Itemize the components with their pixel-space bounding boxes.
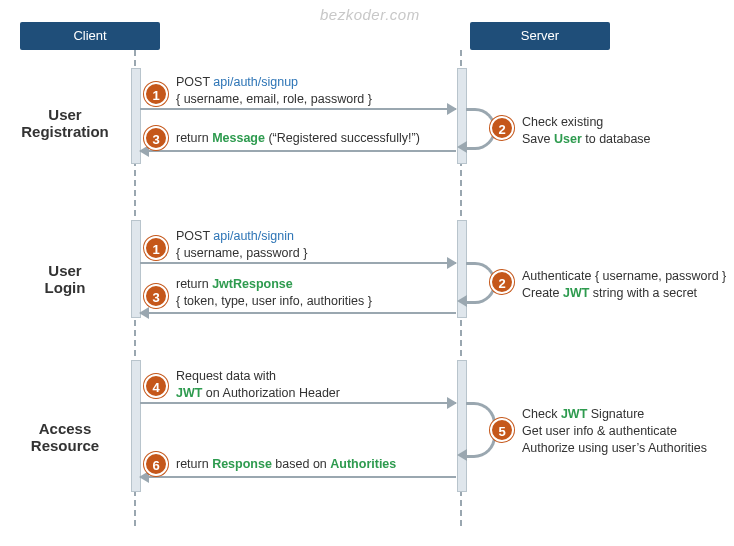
- client-header: Client: [20, 22, 160, 50]
- step-2-login-server: 2: [490, 270, 514, 294]
- client-lifeline: [134, 50, 136, 526]
- step-1-signin: 1: [144, 236, 168, 260]
- msg-resource-request: Request data with JWT on Authorization H…: [176, 368, 340, 402]
- msg-resource-response: return Response based on Authorities: [176, 456, 396, 473]
- arrow-signin-request: [140, 262, 456, 264]
- arrow-signup-request: [140, 108, 456, 110]
- step-3-signup-return: 3: [144, 126, 168, 150]
- step-4-request: 4: [144, 374, 168, 398]
- msg-signup-request: POST api/auth/signup { username, email, …: [176, 74, 372, 108]
- arrow-resource-request: [140, 402, 456, 404]
- step-5-resource-server: 5: [490, 418, 514, 442]
- arrow-signup-response: [140, 150, 456, 152]
- step-2-register-server: 2: [490, 116, 514, 140]
- section-user-login: User Login: [10, 262, 120, 297]
- step-3-signin-return: 3: [144, 284, 168, 308]
- msg-signup-response: return Message (“Registered successfully…: [176, 130, 420, 147]
- arrow-resource-response: [140, 476, 456, 478]
- step-1-signup: 1: [144, 82, 168, 106]
- client-activation-2: [131, 220, 141, 318]
- watermark-text: bezkoder.com: [320, 6, 420, 23]
- note-resource-server: Check JWT Signature Get user info & auth…: [522, 406, 707, 457]
- msg-signin-request: POST api/auth/signin { username, passwor…: [176, 228, 307, 262]
- msg-signin-response: return JwtResponse { token, type, user i…: [176, 276, 372, 310]
- step-6-resource-return: 6: [144, 452, 168, 476]
- note-login-server: Authenticate { username, password } Crea…: [522, 268, 726, 302]
- server-header: Server: [470, 22, 610, 50]
- section-access-resource: Access Resource: [10, 420, 120, 455]
- note-register-server: Check existing Save User to database: [522, 114, 651, 148]
- section-user-registration: User Registration: [10, 106, 120, 141]
- arrow-signin-response: [140, 312, 456, 314]
